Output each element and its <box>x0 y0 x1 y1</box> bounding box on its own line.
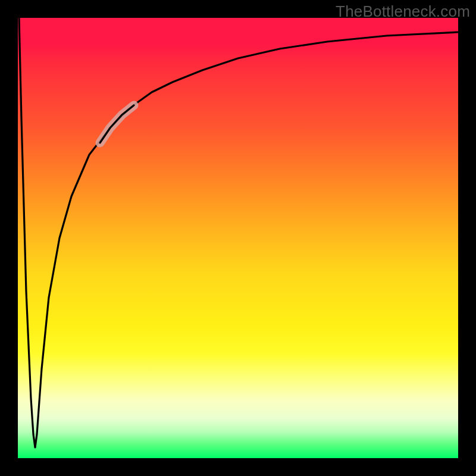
chart-frame: TheBottleneck.com <box>0 0 476 476</box>
plot-area <box>18 18 458 458</box>
curve-main <box>19 18 458 447</box>
watermark-text: TheBottleneck.com <box>336 2 470 21</box>
curve-highlight-band <box>100 105 134 143</box>
curve-svg <box>18 18 458 458</box>
